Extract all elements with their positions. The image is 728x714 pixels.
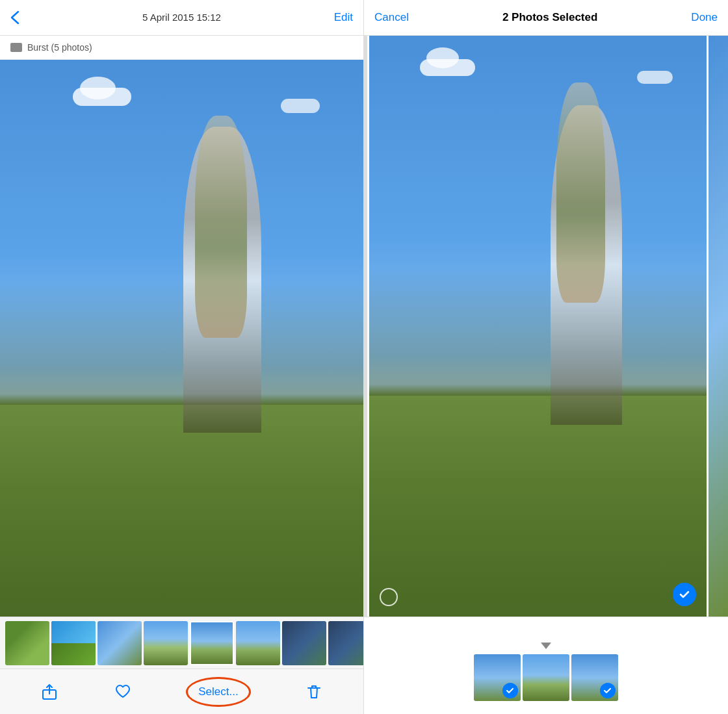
cloud-1-top bbox=[80, 77, 116, 99]
child-figure bbox=[195, 116, 247, 338]
ground bbox=[0, 405, 363, 617]
main-photo-left[interactable] bbox=[0, 60, 363, 617]
right-thumb-1[interactable] bbox=[474, 654, 521, 701]
right-header: Cancel 2 Photos Selected Done bbox=[364, 0, 728, 36]
right-bottom-area bbox=[364, 617, 728, 714]
ground-r bbox=[369, 396, 707, 617]
photo-scene-left bbox=[0, 60, 363, 617]
select-indicator-checked[interactable] bbox=[673, 583, 696, 606]
right-panel: Cancel 2 Photos Selected Done bbox=[364, 0, 728, 714]
cloud-2 bbox=[281, 99, 320, 113]
select-label: Select... bbox=[188, 680, 248, 704]
partial-next-photo bbox=[708, 36, 728, 617]
left-panel: 5 April 2015 15:12 Edit Burst (5 photos) bbox=[0, 0, 364, 714]
selected-title: 2 Photos Selected bbox=[502, 11, 597, 24]
like-button[interactable] bbox=[114, 683, 131, 700]
child-r bbox=[556, 83, 605, 303]
thumb-3[interactable] bbox=[98, 621, 142, 665]
back-icon bbox=[10, 10, 20, 25]
cloud-r1-top bbox=[426, 47, 459, 68]
check-icon-3 bbox=[603, 686, 612, 695]
thumb-4[interactable] bbox=[144, 621, 188, 665]
check-icon-1 bbox=[506, 686, 515, 695]
cancel-button[interactable]: Cancel bbox=[374, 11, 409, 24]
right-photo-area bbox=[364, 36, 728, 617]
deselect-indicator[interactable] bbox=[380, 588, 398, 606]
right-main-photo[interactable] bbox=[369, 36, 707, 617]
thumb-8[interactable] bbox=[328, 621, 363, 665]
trees-bg bbox=[0, 283, 363, 422]
separator-left bbox=[364, 36, 367, 617]
right-thumb-strip bbox=[474, 654, 618, 701]
burst-text: Burst (5 photos) bbox=[27, 42, 92, 53]
trash-icon bbox=[306, 683, 322, 700]
done-button[interactable]: Done bbox=[691, 11, 718, 24]
thumbnail-strip-left bbox=[0, 617, 363, 669]
select-button[interactable]: Select... bbox=[188, 680, 248, 704]
cloud-r2 bbox=[637, 71, 673, 84]
selection-pointer bbox=[541, 643, 551, 649]
photo-scene-right bbox=[369, 36, 707, 617]
back-button[interactable] bbox=[10, 10, 20, 25]
share-icon bbox=[41, 683, 58, 700]
thumb-5-selected[interactable] bbox=[190, 621, 234, 665]
date-text: 5 April 2015 15:12 bbox=[142, 12, 221, 23]
thumb-2[interactable] bbox=[51, 621, 96, 665]
right-thumb-3[interactable] bbox=[571, 654, 618, 701]
thumb-6[interactable] bbox=[236, 621, 280, 665]
burst-label-row: Burst (5 photos) bbox=[0, 36, 363, 60]
trash-button[interactable] bbox=[306, 683, 322, 700]
right-thumb-3-check bbox=[600, 683, 616, 698]
share-button[interactable] bbox=[41, 683, 58, 700]
bottom-toolbar-left: Select... bbox=[0, 669, 363, 714]
left-header: 5 April 2015 15:12 Edit bbox=[0, 0, 363, 36]
burst-icon bbox=[10, 43, 22, 52]
right-thumb-2[interactable] bbox=[523, 654, 569, 701]
thumb-7[interactable] bbox=[282, 621, 326, 665]
edit-button[interactable]: Edit bbox=[334, 11, 353, 24]
heart-icon bbox=[114, 683, 131, 700]
right-thumb-1-check bbox=[502, 683, 518, 698]
thumb-1[interactable] bbox=[5, 621, 49, 665]
header-date-time: 5 April 2015 15:12 bbox=[142, 12, 221, 23]
checkmark-icon bbox=[678, 588, 691, 601]
trees-r bbox=[369, 268, 707, 414]
